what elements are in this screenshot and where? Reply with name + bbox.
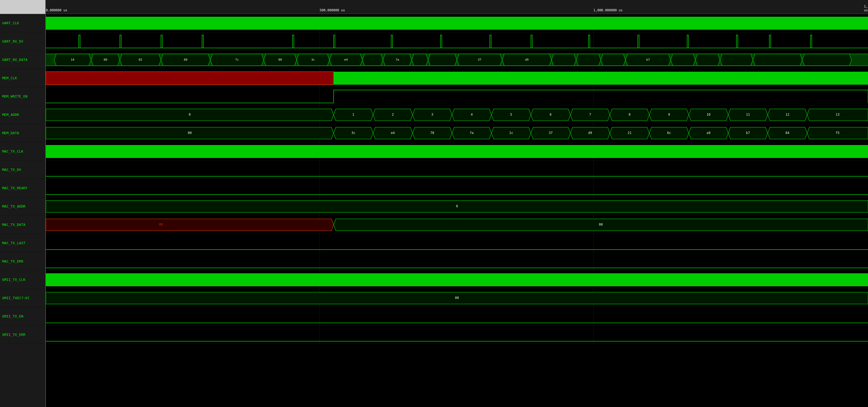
signal-name-uart-rx-data: UART_RX_DATA (0, 51, 45, 69)
waveform-row-gmii-tx-en (46, 307, 868, 326)
signal-name-uart-clk: UART_CLK (0, 14, 45, 32)
waveform-row-mac-tx-last (46, 234, 868, 252)
signal-name-mac-tx-ready: MAC_TX_READY (0, 179, 45, 197)
signal-name-mac-tx-dv: MAC_TX_DV (0, 161, 45, 179)
signal-name-mac-tx-last: MAC_TX_LAST (0, 234, 45, 252)
signal-name-gmii-tx-clk: GMII_TX_CLK (0, 271, 45, 289)
name-column-header (0, 0, 45, 14)
waveform-row-gmii-tx-err (46, 326, 868, 344)
signal-name-mem-clk: MEM_CLK (0, 69, 45, 87)
waveform-row-gmii-txd-7-0- (46, 289, 868, 307)
signal-name-mac-tx-data: MAC_TX_DATA (0, 216, 45, 234)
timeline-label: 1,500.000000 us (864, 5, 868, 12)
signal-name-uart-rx-dv: UART_RX_DV (0, 32, 45, 51)
waveform-row-uart-rx-dv (46, 32, 868, 51)
signal-name-mem-data: MEM_DATA (0, 124, 45, 142)
waveform-row-mem-clk (46, 69, 868, 87)
signal-name-mem-addr: MEM_ADDR (0, 106, 45, 124)
signal-rows-container (46, 14, 868, 407)
waveform-row-mac-tx-err (46, 252, 868, 271)
waveform-row-gmii-tx-clk (46, 271, 868, 289)
signal-name-gmii-tx-err: GMII_TX_ERR (0, 326, 45, 344)
waveform-row-mac-tx-dv (46, 161, 868, 179)
waveform-row-mem-write-en (46, 87, 868, 106)
signal-name-mac-tx-err: MAC_TX_ERR (0, 252, 45, 271)
signal-name-gmii-tx-en: GMII_TX_EN (0, 307, 45, 326)
waveform-row-mac-tx-addr (46, 197, 868, 216)
signal-name-mac-tx-addr: MAC_TX_ADDR (0, 197, 45, 216)
signal-name-mem-write-en: MEM_WRITE_EN (0, 87, 45, 106)
timeline-label: 500.000000 us (320, 8, 345, 12)
waveform-panel: 0.000000 us500.000000 us1,000.000000 us1… (46, 0, 868, 407)
waveform-row-mac-tx-clk (46, 142, 868, 161)
timeline-header: 0.000000 us500.000000 us1,000.000000 us1… (46, 0, 868, 14)
waveform-row-mac-tx-data (46, 216, 868, 234)
names-panel: UART_CLKUART_RX_DVUART_RX_DATAMEM_CLKMEM… (0, 0, 46, 407)
waveform-row-uart-clk (46, 14, 868, 32)
timeline-label: 1,000.000000 us (593, 8, 623, 12)
waveform-row-mem-data (46, 124, 868, 142)
waveform-row-mem-addr (46, 106, 868, 124)
waveform-row-mac-tx-ready (46, 179, 868, 197)
signal-name-mac-tx-clk: MAC_TX_CLK (0, 142, 45, 161)
timeline-label: 0.000000 us (46, 8, 67, 12)
waveform-row-uart-rx-data (46, 51, 868, 69)
signal-name-gmii-txd-7-0-: GMII_TXD[7:0] (0, 289, 45, 307)
